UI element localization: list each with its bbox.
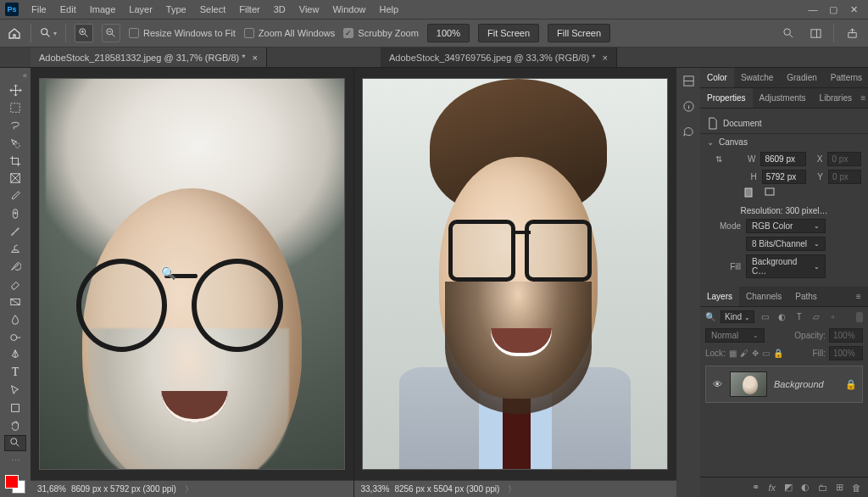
delete-layer-icon[interactable]: 🗑 [852, 483, 861, 493]
filter-type-icon[interactable]: T [793, 311, 805, 323]
tab-patterns[interactable]: Patterns [824, 68, 868, 87]
history-brush-tool[interactable] [5, 260, 25, 274]
tab-libraries[interactable]: Libraries [813, 88, 859, 108]
canvas-1[interactable]: 🔍 [31, 68, 353, 480]
color-swatches[interactable] [5, 475, 25, 494]
fx-icon[interactable]: fx [768, 483, 776, 493]
marquee-tool[interactable] [5, 101, 25, 115]
pen-tool[interactable] [5, 348, 25, 362]
filter-adjustment-icon[interactable]: ◐ [776, 311, 788, 323]
orientation-landscape-button[interactable] [765, 187, 782, 203]
zoom-100-button[interactable]: 100% [427, 24, 470, 42]
link-layers-icon[interactable]: ⚭ [752, 482, 760, 493]
resize-windows-checkbox[interactable]: Resize Windows to Fit [129, 28, 236, 38]
lasso-tool[interactable] [5, 119, 25, 133]
panel-menu-icon[interactable]: ≡ [859, 93, 868, 103]
hand-tool[interactable] [5, 418, 25, 433]
shape-tool[interactable] [5, 400, 25, 415]
tab-paths[interactable]: Paths [788, 287, 824, 306]
menu-help[interactable]: Help [374, 3, 405, 16]
tab-properties[interactable]: Properties [700, 88, 753, 108]
menu-3d[interactable]: 3D [268, 3, 292, 16]
crop-tool[interactable] [5, 154, 25, 168]
tab-adjustments[interactable]: Adjustments [753, 88, 813, 108]
fill-dropdown[interactable]: Background C…⌄ [746, 254, 826, 278]
frame-tool[interactable] [5, 171, 25, 186]
layer-lock-icon[interactable]: 🔒 [845, 379, 857, 390]
move-tool[interactable] [5, 83, 25, 98]
link-wh-icon[interactable]: ⇅ [715, 154, 722, 164]
window-close-button[interactable]: ✕ [844, 3, 863, 16]
zoom-level[interactable]: 31,68% [37, 484, 66, 494]
tab-channels[interactable]: Channels [739, 287, 788, 306]
filter-pixmap-icon[interactable]: ▭ [760, 311, 771, 323]
new-layer-icon[interactable]: ⊞ [836, 482, 843, 493]
layer-fill-field[interactable]: 100% [829, 346, 863, 360]
canvas-section-header[interactable]: ⌄Canvas [707, 137, 861, 147]
height-field[interactable]: 5792 px [762, 170, 807, 184]
menu-select[interactable]: Select [194, 3, 232, 16]
document-tab-2[interactable]: AdobeStock_349769756.jpeg @ 33,3% (RGB/8… [381, 47, 617, 67]
menu-image[interactable]: Image [84, 3, 122, 16]
filter-toggle[interactable] [856, 312, 863, 322]
filter-shape-icon[interactable]: ▱ [810, 311, 822, 323]
menu-file[interactable]: File [25, 3, 53, 16]
group-icon[interactable]: 🗀 [818, 483, 827, 493]
x-field[interactable]: 0 px [827, 152, 861, 166]
status-menu-icon[interactable]: 〉 [185, 483, 193, 495]
layer-filter-dropdown[interactable]: Kind ⌄ [721, 310, 754, 323]
menu-window[interactable]: Window [326, 3, 371, 16]
tab-layers[interactable]: Layers [700, 287, 739, 306]
canvas-2[interactable] [354, 68, 677, 480]
y-field[interactable]: 0 px [828, 170, 861, 184]
tab-color[interactable]: Color [700, 68, 734, 87]
tab-gradients[interactable]: Gradien [780, 68, 824, 87]
adjustment-layer-icon[interactable]: ◐ [801, 482, 810, 493]
orientation-portrait-button[interactable] [744, 187, 761, 203]
menu-edit[interactable]: Edit [54, 3, 82, 16]
lock-all-icon[interactable]: 🔒 [773, 349, 783, 358]
path-select-tool[interactable] [5, 383, 25, 398]
filter-search-icon[interactable]: 🔍 [705, 312, 715, 321]
width-field[interactable]: 8609 px [760, 152, 805, 166]
menu-view[interactable]: View [293, 3, 326, 16]
menu-layer[interactable]: Layer [123, 3, 159, 16]
dodge-tool[interactable] [5, 330, 25, 344]
document-tab-1[interactable]: AdobeStock_218581332.jpeg @ 31,7% (RGB/8… [31, 47, 267, 67]
layer-background[interactable]: 👁 Background 🔒 [705, 366, 863, 403]
lock-artboard-icon[interactable]: ▭ [762, 349, 770, 358]
zoom-level[interactable]: 33,33% [361, 484, 390, 494]
lock-pixels-icon[interactable]: 🖌 [740, 349, 748, 358]
zoom-all-checkbox[interactable]: Zoom All Windows [244, 28, 335, 38]
menu-type[interactable]: Type [160, 3, 192, 16]
fill-screen-button[interactable]: Fill Screen [548, 24, 610, 42]
status-menu-icon[interactable]: 〉 [508, 483, 516, 495]
lock-transparency-icon[interactable]: ▦ [729, 349, 737, 358]
workspace-icon[interactable] [806, 24, 825, 42]
menu-filter[interactable]: Filter [233, 3, 265, 16]
scrubby-zoom-checkbox[interactable]: ✓Scrubby Zoom [343, 28, 419, 38]
zoom-in-button[interactable] [75, 24, 93, 42]
history-panel-icon[interactable] [681, 73, 696, 88]
opacity-field[interactable]: 100% [829, 328, 863, 343]
zoom-tool[interactable] [5, 436, 25, 450]
layer-name[interactable]: Background [774, 379, 824, 389]
home-icon[interactable] [7, 25, 22, 41]
brush-tool[interactable] [5, 224, 25, 238]
toolbox-collapse-icon[interactable]: « [0, 71, 31, 80]
info-panel-icon[interactable] [681, 98, 696, 114]
close-tab-icon[interactable]: × [603, 53, 608, 63]
quick-select-tool[interactable] [5, 136, 25, 150]
layer-visibility-icon[interactable]: 👁 [711, 379, 723, 389]
zoom-tool-indicator[interactable]: ▾ [40, 27, 57, 39]
mask-icon[interactable]: ◩ [784, 482, 793, 493]
lock-position-icon[interactable]: ✥ [752, 349, 759, 358]
edit-toolbar-icon[interactable]: ⋯ [5, 454, 25, 468]
healing-brush-tool[interactable] [5, 207, 25, 221]
comments-panel-icon[interactable] [681, 124, 696, 139]
eyedropper-tool[interactable] [5, 189, 25, 204]
blend-mode-dropdown[interactable]: Normal⌄ [705, 328, 765, 343]
bits-dropdown[interactable]: 8 Bits/Channel⌄ [746, 237, 826, 251]
panel-menu-icon[interactable]: ≡ [849, 292, 868, 301]
gradient-tool[interactable] [5, 295, 25, 310]
